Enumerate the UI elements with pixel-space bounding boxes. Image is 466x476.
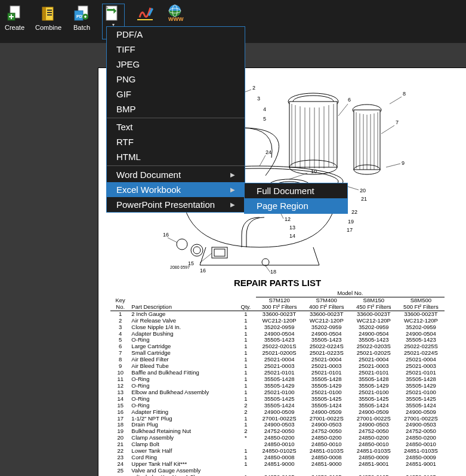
menu-item-text[interactable]: Text: [107, 119, 245, 134]
svg-line-69: [200, 253, 212, 263]
svg-rect-5: [42, 7, 46, 20]
globe-icon: WWW: [165, 4, 184, 23]
svg-text:10: 10: [311, 168, 317, 174]
svg-text:16: 16: [163, 232, 169, 238]
menu-item-gif[interactable]: GIF: [107, 87, 245, 102]
create-icon: [5, 4, 24, 23]
svg-line-63: [386, 164, 400, 167]
create-button[interactable]: Create: [5, 4, 24, 39]
parts-table: Model No.KeyS7M120S7M400S8M150S8M500No.P…: [110, 290, 445, 476]
svg-text:21: 21: [361, 196, 367, 202]
svg-text:9: 9: [402, 160, 405, 166]
table-row: 12 Inch Gauge133600-0023T33600-0023T3360…: [110, 311, 445, 317]
svg-text:18: 18: [270, 269, 276, 274]
submenu-arrow-icon: ▶: [230, 171, 235, 178]
svg-text:7: 7: [396, 119, 399, 125]
batch-icon: PDF: [72, 4, 91, 23]
model-header: Model No.: [256, 290, 445, 297]
svg-point-54: [193, 247, 200, 254]
batch-label: Batch: [73, 24, 90, 31]
batch-button[interactable]: PDF Batch: [72, 4, 91, 39]
parts-list: REPAIR PARTS LIST Model No.KeyS7M120S7M4…: [110, 274, 445, 476]
svg-rect-3: [9, 16, 14, 17]
submenu-arrow-icon: ▶: [230, 201, 235, 208]
svg-text:24: 24: [266, 149, 271, 155]
svg-rect-7: [47, 12, 52, 13]
export-icon: [104, 4, 123, 23]
parts-title: REPAIR PARTS LIST: [110, 278, 445, 288]
table-row: 15O-Ring235505-142435505-142435505-14243…: [110, 403, 445, 409]
menu-item-word-document[interactable]: Word Document▶: [107, 167, 245, 182]
col-desc: Part Description: [130, 304, 236, 311]
svg-text:13: 13: [289, 225, 295, 231]
menu-item-html[interactable]: HTML: [107, 149, 245, 164]
menu-item-tiff[interactable]: TIFF: [107, 42, 245, 57]
svg-point-57: [262, 259, 269, 266]
svg-rect-8: [47, 14, 52, 16]
svg-line-70: [266, 266, 270, 272]
svg-text:3: 3: [257, 96, 260, 102]
table-row: 3Close Nipple 1/4 In.135202-095935202-09…: [110, 324, 445, 331]
col-qty: Qty.: [236, 304, 255, 311]
svg-text:2: 2: [252, 85, 255, 91]
svg-line-68: [168, 238, 177, 242]
combine-button[interactable]: Combine: [35, 4, 61, 39]
svg-text:12: 12: [285, 216, 291, 222]
svg-point-52: [177, 239, 187, 250]
menu-item-jpeg[interactable]: JPEG: [107, 57, 245, 72]
sign-icon: [135, 4, 155, 23]
svg-text:WWW: WWW: [168, 16, 184, 22]
svg-text:6: 6: [348, 97, 351, 103]
submenu-item-full-document[interactable]: Full Document: [245, 183, 347, 198]
combine-icon: [39, 4, 58, 23]
submenu-arrow-icon: ▶: [230, 186, 235, 193]
combine-label: Combine: [35, 24, 61, 31]
menu-item-rtf[interactable]: RTF: [107, 134, 245, 149]
svg-line-66: [289, 173, 307, 179]
svg-text:5: 5: [263, 116, 266, 122]
svg-text:14: 14: [289, 233, 295, 239]
table-row: 2Air Release Valve1WC212-120PWC212-120PW…: [110, 318, 445, 324]
table-row: 16Adapter Fitting224900-050924900-050924…: [110, 409, 445, 416]
svg-text:19: 19: [348, 219, 354, 225]
svg-line-62: [390, 97, 402, 104]
export-submenu: Full DocumentPage Region: [244, 183, 348, 214]
menu-item-bmp[interactable]: BMP: [107, 102, 245, 116]
export-menu: PDF/ATIFFJPEGPNGGIFBMPTextRTFHTMLWord Do…: [106, 26, 245, 213]
create-label: Create: [5, 24, 24, 31]
diagram-footnote: 2080 0597: [170, 265, 190, 269]
svg-rect-6: [47, 10, 52, 11]
svg-line-61: [381, 125, 394, 134]
svg-text:16: 16: [200, 268, 206, 274]
svg-rect-20: [289, 102, 337, 167]
menu-item-png[interactable]: PNG: [107, 72, 245, 87]
svg-text:22: 22: [351, 209, 357, 215]
svg-rect-56: [214, 249, 225, 256]
svg-text:8: 8: [403, 91, 406, 97]
menu-item-powerpoint-presentation[interactable]: PowerPoint Presentation▶: [107, 197, 245, 212]
svg-text:20: 20: [360, 188, 366, 194]
svg-point-53: [191, 244, 203, 256]
svg-text:4: 4: [263, 106, 266, 112]
menu-item-excel-workbook[interactable]: Excel Workbook▶: [107, 182, 245, 197]
menu-item-pdf-a[interactable]: PDF/A: [107, 27, 245, 42]
submenu-item-page-region[interactable]: Page Region: [245, 198, 347, 213]
svg-text:17: 17: [347, 227, 353, 233]
svg-line-60: [338, 104, 348, 116]
